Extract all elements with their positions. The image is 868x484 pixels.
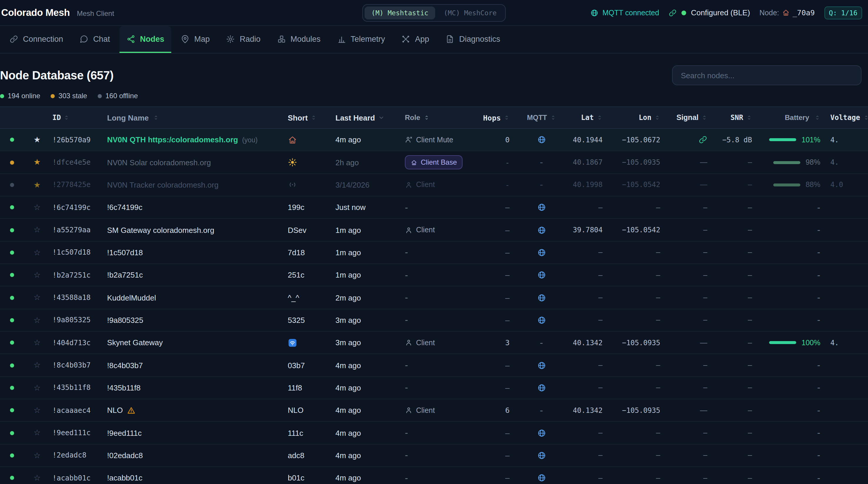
mqtt-status: -: [509, 405, 573, 416]
favorite-star[interactable]: ☆: [34, 203, 41, 212]
legend-160-offline: 160 offline: [98, 92, 138, 100]
nodes-icon: [126, 34, 135, 43]
table-row[interactable]: ☆!2edadc8!02edadc8adc84m ago-—––––-: [0, 445, 868, 467]
hops: 0: [475, 135, 509, 144]
column-header-lon[interactable]: Lon: [602, 114, 660, 122]
table-row[interactable]: ☆!404d713cSkynet Gateway3m agoClient3-40…: [0, 332, 868, 354]
table-row[interactable]: ☆!9eed111c!9eed111c111c4m ago-—––––-: [0, 422, 868, 445]
globe-icon: [537, 474, 546, 483]
node-name-text: SM Gateway coloradomesh.org: [107, 226, 214, 234]
column-header-hops[interactable]: Hops: [475, 113, 509, 122]
favorite-cell: ☆: [24, 271, 51, 279]
favorite-star[interactable]: ★: [34, 159, 41, 166]
column-label: ID: [52, 114, 61, 122]
hops: —: [475, 203, 509, 212]
favorite-star[interactable]: ★: [34, 181, 41, 189]
battery: 101%: [752, 135, 820, 144]
table-row[interactable]: ☆!9a805325!9a80532553253m ago-—––––-: [0, 309, 868, 332]
column-header-voltage[interactable]: Voltage: [820, 114, 868, 122]
column-header-last-heard[interactable]: Last Heard: [333, 113, 403, 122]
column-header-snr[interactable]: SNR: [707, 114, 752, 122]
tab-radio[interactable]: Radio: [219, 26, 268, 53]
node-name-text: NV0N Tracker coloradomesh.org: [107, 181, 219, 189]
legend-label: 194 online: [8, 92, 40, 100]
node-role: Client: [403, 226, 475, 234]
favorite-star[interactable]: ☆: [34, 249, 41, 256]
sort-icon: [863, 115, 868, 121]
node-name-text: !6c74199c: [107, 203, 143, 212]
tab-connection[interactable]: Connection: [2, 26, 70, 53]
tab-modules[interactable]: Modules: [270, 26, 328, 53]
node-role: -: [403, 473, 475, 483]
favorite-star[interactable]: ☆: [34, 429, 41, 437]
column-header-battery[interactable]: Battery: [752, 114, 820, 122]
legend-dot: [0, 94, 4, 98]
node-name-text: NLO: [107, 406, 123, 415]
table-row[interactable]: ☆!acaaaec4NLONLO4m agoClient6-40.1342−10…: [0, 399, 868, 422]
node-id: !435b11f8: [51, 384, 106, 392]
favorite-star[interactable]: ☆: [34, 316, 41, 324]
role-label: Client Mute: [416, 135, 453, 144]
column-header-id[interactable]: ID: [51, 114, 106, 122]
table-row[interactable]: ☆!b2a7251c!b2a7251c251c1m ago-—––––-: [0, 264, 868, 287]
column-header-mqtt[interactable]: MQTT: [509, 114, 573, 122]
favorite-star[interactable]: ☆: [34, 407, 41, 414]
table-row[interactable]: ☆!43588a18KuddelMuddel^_^2m ago-—––––-: [0, 287, 868, 309]
longitude: –: [602, 249, 660, 257]
favorite-cell: ☆: [24, 249, 51, 256]
table-row[interactable]: ☆!acabb01c!acabb01cb01c4m ago-—––––-: [0, 467, 868, 484]
last-heard: 4m ago: [333, 383, 403, 392]
favorite-star[interactable]: ★: [34, 136, 41, 144]
column-header-lat[interactable]: Lat: [573, 114, 602, 122]
favorite-cell: ☆: [24, 361, 51, 369]
column-header-signal[interactable]: Signal: [660, 114, 707, 122]
tab-app[interactable]: App: [394, 26, 436, 53]
battery: -: [752, 473, 820, 483]
longitude: –: [602, 451, 660, 460]
latitude: –: [573, 316, 602, 324]
tab-chat[interactable]: Chat: [73, 26, 117, 53]
node-short-name: 199c: [286, 203, 333, 212]
status-dot: [10, 341, 14, 345]
snr: –: [707, 249, 752, 257]
favorite-star[interactable]: ☆: [34, 339, 41, 347]
table-row[interactable]: ☆!a55279aaSM Gateway coloradomesh.orgDSe…: [0, 219, 868, 242]
table-row[interactable]: ★!26b570a9NV0N QTH https:/coloradomesh.o…: [0, 129, 868, 152]
hops: 6: [475, 406, 509, 415]
link-icon: [669, 8, 677, 17]
favorite-star[interactable]: ☆: [34, 361, 41, 369]
last-heard: 4m ago: [333, 406, 403, 415]
column-header-long-name[interactable]: Long Name: [106, 113, 286, 122]
mqtt-status: [509, 248, 573, 257]
tab-nodes[interactable]: Nodes: [120, 26, 172, 53]
column-header-short[interactable]: Short: [286, 113, 333, 122]
table-row[interactable]: ☆!1c507d18!1c507d187d181m ago-—––––-: [0, 241, 868, 264]
column-label: Last Heard: [335, 113, 375, 122]
tab-map[interactable]: Map: [174, 26, 217, 53]
table-row[interactable]: ☆!435b11f8!435b11f811f84m ago-—––––-: [0, 377, 868, 399]
column-label: Lat: [581, 114, 594, 122]
toggle-meshtastic[interactable]: (M) Meshtastic: [364, 6, 435, 19]
connection-status: Configured (BLE): [669, 8, 750, 17]
favorite-star[interactable]: ☆: [34, 384, 41, 392]
table-row[interactable]: ★!2778425eNV0N Tracker coloradomesh.org3…: [0, 174, 868, 196]
table-row[interactable]: ★!dfce4e5eNV0N Solar coloradomesh.org2h …: [0, 152, 868, 174]
table-row[interactable]: ☆!6c74199c!6c74199c199cJust now-—––––-: [0, 196, 868, 219]
table-body: ★!26b570a9NV0N QTH https:/coloradomesh.o…: [0, 129, 868, 484]
favorite-star[interactable]: ☆: [34, 226, 41, 234]
favorite-cell: ☆: [24, 451, 51, 459]
column-header-role[interactable]: Role: [403, 114, 475, 122]
tab-telemetry[interactable]: Telemetry: [330, 26, 392, 53]
role-label: Client: [416, 181, 435, 189]
toggle-meshcore[interactable]: (MC) MeshCore: [437, 6, 504, 19]
tab-diagnostics[interactable]: Diagnostics: [438, 26, 507, 53]
favorite-star[interactable]: ☆: [34, 271, 41, 279]
favorite-star[interactable]: ☆: [34, 474, 41, 482]
favorite-star[interactable]: ☆: [34, 451, 41, 459]
favorite-star[interactable]: ☆: [34, 294, 41, 302]
search-input[interactable]: [672, 65, 862, 85]
table-row[interactable]: ☆!8c4b03b7!8c4b03b703b74m ago-—––––-: [0, 354, 868, 377]
node-name-text: !b2a7251c: [107, 270, 143, 279]
node-short-name: [286, 158, 333, 167]
node-role: -: [403, 270, 475, 280]
